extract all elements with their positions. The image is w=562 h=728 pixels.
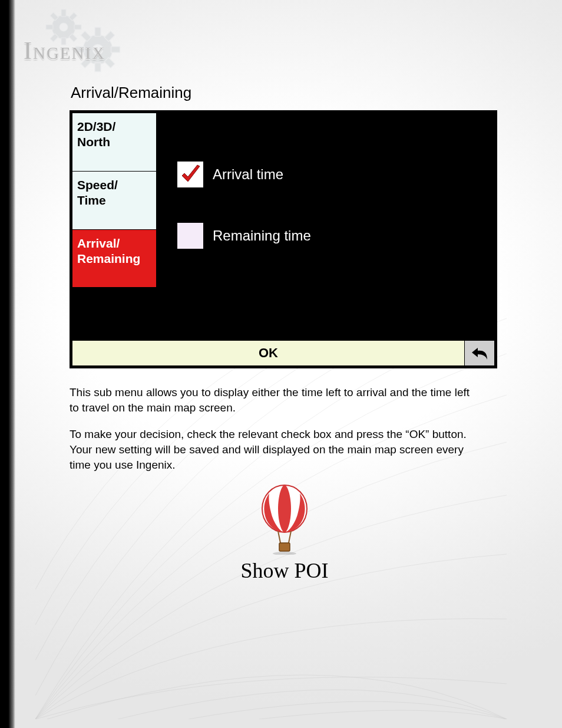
tab-2d-3d-north[interactable]: 2D/3D/ North xyxy=(72,113,157,171)
option-arrival-time[interactable]: Arrival time xyxy=(176,160,311,189)
brand-name: Ingenix xyxy=(24,37,105,65)
option-arrival-time-label: Arrival time xyxy=(213,166,283,183)
brand-logo: Ingenix xyxy=(24,11,177,81)
svg-rect-3 xyxy=(46,25,53,29)
hot-air-balloon-icon xyxy=(252,484,317,555)
undo-icon xyxy=(471,345,488,361)
svg-rect-14 xyxy=(111,47,120,52)
show-poi-label: Show POI xyxy=(208,558,361,583)
checkbox-remaining-time[interactable] xyxy=(176,222,204,250)
paragraph-1: This sub menu allows you to display eith… xyxy=(70,385,482,415)
description-text: This sub menu allows you to display eith… xyxy=(70,385,482,472)
option-remaining-time-label: Remaining time xyxy=(213,228,311,244)
device-screenshot: 2D/3D/ North Speed/ Time Arrival/ Remain… xyxy=(70,110,497,368)
svg-point-9 xyxy=(59,23,68,31)
tabs-column: 2D/3D/ North Speed/ Time Arrival/ Remain… xyxy=(72,113,157,288)
bottom-bar: OK xyxy=(72,340,495,366)
svg-rect-11 xyxy=(95,28,101,37)
back-button[interactable] xyxy=(465,340,495,366)
tab-speed-time[interactable]: Speed/ Time xyxy=(72,171,157,229)
tab-arrival-remaining[interactable]: Arrival/ Remaining xyxy=(72,229,157,288)
svg-rect-4 xyxy=(74,25,81,29)
option-remaining-time[interactable]: Remaining time xyxy=(176,222,311,250)
options-panel: Arrival time Remaining time xyxy=(176,160,311,283)
checkbox-arrival-time[interactable] xyxy=(176,160,204,189)
paragraph-2: To make your decision, check the relevan… xyxy=(70,427,482,472)
svg-point-24 xyxy=(273,552,296,555)
checkmark-icon xyxy=(180,164,201,185)
svg-line-21 xyxy=(278,531,280,543)
svg-rect-1 xyxy=(61,9,66,17)
section-title: Arrival/Remaining xyxy=(71,84,500,102)
left-spine xyxy=(0,0,15,728)
show-poi-block[interactable]: Show POI xyxy=(208,484,361,583)
svg-rect-23 xyxy=(279,543,290,551)
svg-line-22 xyxy=(289,531,291,543)
ok-button[interactable]: OK xyxy=(72,340,465,366)
